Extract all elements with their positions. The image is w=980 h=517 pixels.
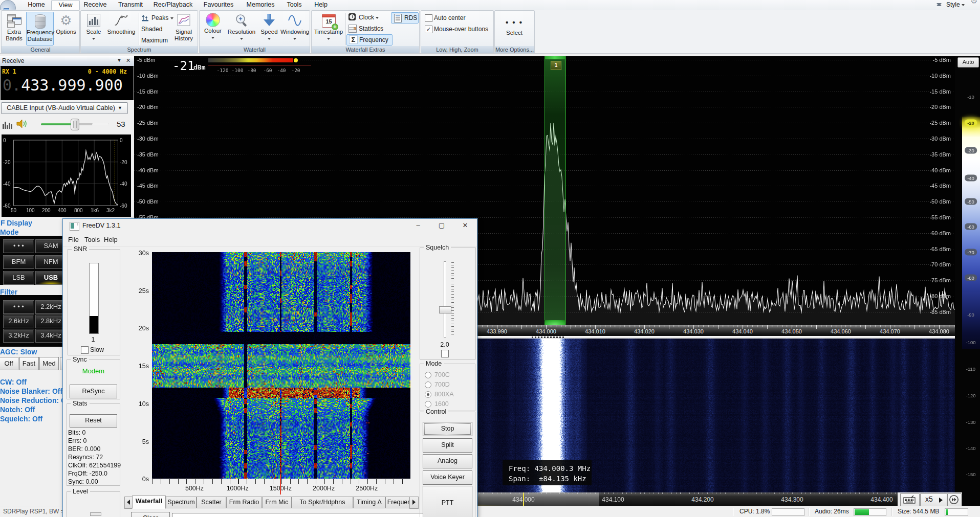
options-button[interactable]: ⚙ Options xyxy=(54,12,78,44)
control-button-stop[interactable]: Stop xyxy=(423,422,472,436)
zoom-x5-button[interactable]: x5 xyxy=(920,493,947,506)
windowing-button[interactable]: Windowing xyxy=(280,12,309,44)
ribbon-tab-home[interactable]: Home xyxy=(23,0,51,9)
freedv-menu-file[interactable]: File xyxy=(68,235,79,245)
ptt-button[interactable]: PTT xyxy=(423,486,472,517)
rx-marker-badge[interactable]: 1 xyxy=(551,61,561,70)
auto-range-button[interactable]: Auto xyxy=(957,57,979,68)
speaker-icon[interactable] xyxy=(16,118,28,131)
minimize-button[interactable]: – xyxy=(406,219,430,233)
filter-button-3.2kHz[interactable]: 3.2kHz xyxy=(3,329,34,343)
squelch-slider-track[interactable] xyxy=(444,261,446,338)
signal-history-button[interactable]: SignalHistory xyxy=(172,12,195,44)
mode-button-NFM[interactable]: NFM xyxy=(35,255,67,269)
ribbon-tab-memories[interactable]: Memories xyxy=(239,0,282,9)
squelch-checkbox[interactable] xyxy=(441,350,449,357)
freedv-tab-tospkrhdphns[interactable]: To Spkr/Hdphns xyxy=(292,497,353,508)
frequency-display[interactable]: RX 1 0 - 4000 Hz 0.433.999.900 xyxy=(1,66,134,100)
freedv-menu-help[interactable]: Help xyxy=(104,235,118,245)
filter-button-2.6kHz[interactable]: 2.6kHz xyxy=(3,314,34,328)
mode-button-[interactable]: • • • xyxy=(3,239,34,253)
tabs-scroll-right[interactable] xyxy=(409,497,419,509)
squelch-slider-handle[interactable] xyxy=(439,306,451,313)
clear-button[interactable]: Clear xyxy=(131,512,170,517)
dbm-label-right: -25 dBm xyxy=(929,120,951,126)
close-button[interactable]: ✕ xyxy=(453,219,477,233)
smoothing-button[interactable]: Smoothing xyxy=(105,12,137,44)
frequency-database-button[interactable]: FrequencyDatabase xyxy=(26,12,54,46)
ribbon-tab-help[interactable]: Help xyxy=(307,0,335,9)
control-button-split[interactable]: Split xyxy=(423,438,472,453)
mode-button-USB[interactable]: USB xyxy=(35,271,67,285)
mouse-over-checkbox[interactable]: ✓ xyxy=(425,26,432,33)
panel-close-icon[interactable]: ✕ xyxy=(126,57,130,64)
audio-device-select[interactable]: CABLE Input (VB-Audio Virtual Cable) ▼ xyxy=(1,102,128,114)
toggle-squelch[interactable]: Squelch: Off xyxy=(0,415,42,423)
peaks-button[interactable]: Peaks xyxy=(141,13,173,23)
toggle-noise-reduction[interactable]: Noise Reduction: Off xyxy=(0,396,71,404)
filter-button-2.2kHz[interactable]: 2.2kHz xyxy=(35,300,67,314)
toggle-noise-blanker[interactable]: Noise Blanker: Off xyxy=(0,387,62,395)
toggle-cw[interactable]: CW: Off xyxy=(0,378,27,386)
settings-gear-icon[interactable]: ⚙ xyxy=(970,0,977,5)
zoom-arrow-icon[interactable] xyxy=(939,498,943,503)
extra-bands-button[interactable]: ExtraBands xyxy=(3,12,25,44)
level-slider-handle[interactable] xyxy=(90,512,101,516)
filter-button-[interactable]: • • • xyxy=(3,300,34,314)
scale-button[interactable]: Scale xyxy=(83,12,104,44)
panel-dropdown-icon[interactable]: ▼ xyxy=(117,57,122,63)
mode-radio-800xa[interactable] xyxy=(425,391,431,398)
mode-radio-700d[interactable] xyxy=(425,381,431,388)
agc-button-off[interactable]: Off xyxy=(0,357,18,370)
freedv-tab-frmradio[interactable]: Frm Radio xyxy=(226,497,262,508)
palette-label--10: -10 xyxy=(966,94,975,100)
mode-button-BFM[interactable]: BFM xyxy=(3,255,34,269)
statistics-button[interactable]: Statistics xyxy=(349,24,383,34)
ribbon-tab-tools[interactable]: Tools xyxy=(278,0,310,9)
freedv-window[interactable]: FreeDV 1.3.1 – ▢ ✕ FileToolsHelp SNR 1 S… xyxy=(62,218,477,517)
freedv-tab-timing[interactable]: Timing Δ xyxy=(353,497,385,508)
frequency-button[interactable]: ΣFrequency xyxy=(346,34,393,46)
colour-button[interactable]: Colour xyxy=(202,12,224,44)
mode-radio-1600[interactable] xyxy=(425,401,431,408)
filter-button-3.4kHz[interactable]: 3.4kHz xyxy=(35,329,67,343)
maximum-button[interactable]: Maximum xyxy=(141,35,168,46)
freedv-tab-frmmic[interactable]: Frm Mic xyxy=(262,497,292,508)
keyboard-entry-button[interactable] xyxy=(900,493,920,506)
agc-button-med[interactable]: Med xyxy=(39,357,59,370)
clock-button[interactable]: Clock xyxy=(349,12,379,23)
auto-center-checkbox[interactable] xyxy=(425,14,432,22)
select-button[interactable]: • • • Select xyxy=(499,12,530,44)
freedv-tab-scatter[interactable]: Scatter xyxy=(197,497,226,508)
freedv-title-bar[interactable]: FreeDV 1.3.1 – ▢ ✕ xyxy=(63,219,477,233)
resolution-button[interactable]: + Resolution xyxy=(226,12,257,44)
agc-button-fast[interactable]: Fast xyxy=(19,357,39,370)
reset-button[interactable]: Reset xyxy=(70,414,117,428)
filter-button-2.8kHz[interactable]: 2.8kHz xyxy=(35,314,67,328)
freedv-waterfall-canvas[interactable] xyxy=(152,252,410,479)
volume-slider-handle[interactable] xyxy=(71,119,79,130)
freedv-tab-spectrum[interactable]: Spectrum xyxy=(166,497,197,508)
mode-button-LSB[interactable]: LSB xyxy=(3,271,34,285)
timestamp-button[interactable]: 15+ Timestamp xyxy=(314,12,343,44)
resync-button[interactable]: ReSync xyxy=(70,385,117,398)
style-dropdown[interactable]: Style xyxy=(946,1,965,8)
freedv-menu-tools[interactable]: Tools xyxy=(84,235,100,245)
snr-slow-checkbox[interactable] xyxy=(81,346,89,354)
freedv-tab-frequen[interactable]: Frequen xyxy=(385,497,413,508)
rds-button[interactable]: RDS xyxy=(391,12,419,24)
toggle-notch[interactable]: Notch: Off xyxy=(0,406,35,414)
maximize-button[interactable]: ▢ xyxy=(430,219,453,233)
selection-band[interactable] xyxy=(545,56,566,325)
mode-radio-700c[interactable] xyxy=(425,372,431,378)
text-output-field[interactable] xyxy=(172,513,438,517)
control-button-voicekeyer[interactable]: Voice Keyer xyxy=(423,470,472,485)
ribbon-tab-favourites[interactable]: Favourites xyxy=(193,0,244,9)
control-button-analog[interactable]: Analog xyxy=(423,454,472,468)
freedv-tab-waterfall[interactable]: Waterfall xyxy=(132,496,166,509)
speed-button[interactable]: Speed xyxy=(258,12,280,44)
scroll-fast-forward-button[interactable] xyxy=(947,493,962,506)
shaded-button[interactable]: Shaded xyxy=(141,24,162,34)
mode-button-SAM[interactable]: SAM xyxy=(35,239,67,253)
equalizer-icon[interactable] xyxy=(3,120,13,129)
